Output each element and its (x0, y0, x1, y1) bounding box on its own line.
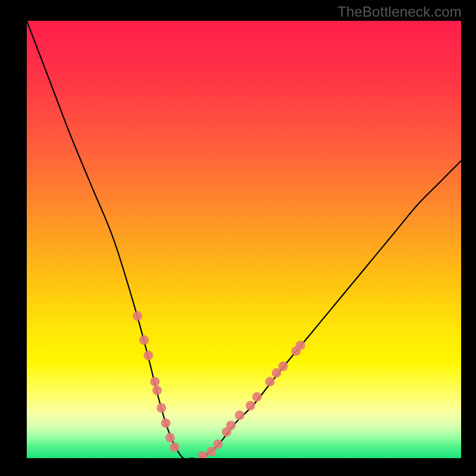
marker-dot (226, 421, 236, 430)
plot-area (27, 21, 461, 458)
marker-dot (143, 350, 153, 360)
marker-dot (150, 377, 159, 386)
marker-dot (235, 411, 245, 420)
curve-layer (27, 21, 461, 458)
watermark-text: TheBottleneck.com (337, 4, 462, 20)
marker-dot (165, 433, 175, 443)
marker-dot (198, 451, 208, 458)
marker-dot (296, 340, 305, 350)
marker-dot (213, 440, 223, 449)
marker-dot (170, 443, 179, 452)
marker-dot (278, 362, 288, 371)
marker-dot (265, 377, 275, 386)
bottleneck-curve (27, 21, 461, 458)
marker-dot (246, 401, 255, 411)
chart-stage: TheBottleneck.com (0, 0, 476, 476)
marker-dot (152, 386, 162, 395)
marker-dot (206, 447, 216, 456)
marker-dot (133, 311, 142, 321)
marker-dot (139, 336, 149, 345)
marker-dot (161, 418, 171, 428)
marker-dot (252, 392, 262, 402)
curve-markers (133, 311, 305, 458)
marker-dot (156, 403, 166, 413)
